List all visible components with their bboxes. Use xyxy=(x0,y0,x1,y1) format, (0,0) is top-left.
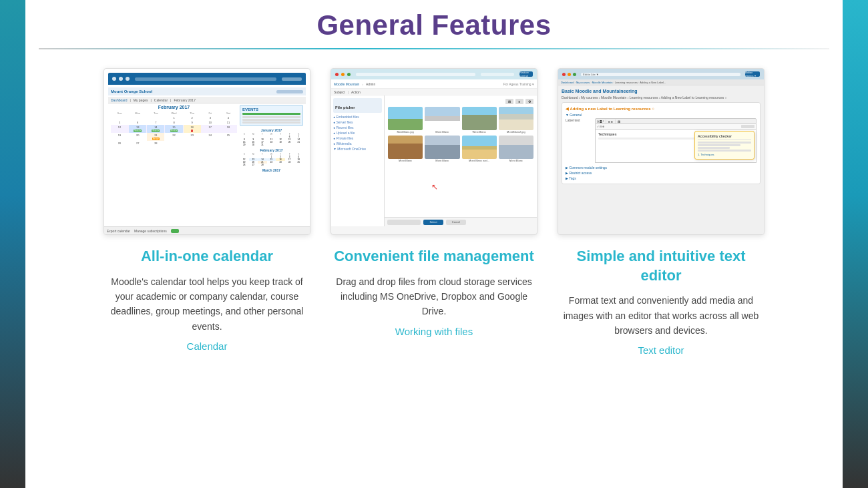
editor-screenshot: Edit in Lite ▼ Adrian Santos ▾ Dashboard… xyxy=(558,68,765,235)
browser-bar xyxy=(108,73,306,85)
feature-card-editor: Edit in Lite ▼ Adrian Santos ▾ Dashboard… xyxy=(558,68,765,356)
editor-feature-title: Simple and intuitive text editor xyxy=(558,247,765,285)
calendar-screenshot: Mount Orange School Dashboard | My pages… xyxy=(103,68,310,235)
calendar-feature-title: All-in-one calendar xyxy=(141,247,273,266)
file-screenshot: Restore Control Moodle Mountain › Admin … xyxy=(331,68,537,235)
right-accent-bar xyxy=(843,0,868,488)
editor-feature-link[interactable]: Text editor xyxy=(638,344,684,356)
feature-card-file: Restore Control Moodle Mountain › Admin … xyxy=(331,68,537,356)
left-accent-bar xyxy=(0,0,25,488)
feature-card-calendar: Mount Orange School Dashboard | My pages… xyxy=(103,68,310,356)
file-feature-desc: Drag and drop files from cloud storage s… xyxy=(331,274,537,319)
file-feature-link[interactable]: Working with files xyxy=(395,326,473,337)
editor-feature-desc: Format text and conveniently add media a… xyxy=(558,293,765,338)
features-row: Mount Orange School Dashboard | My pages… xyxy=(39,68,829,356)
file-feature-title: Convenient file management xyxy=(334,247,534,266)
calendar-feature-desc: Moodle's calendar tool helps you keep tr… xyxy=(103,274,310,334)
calendar-feature-link[interactable]: Calendar xyxy=(187,340,228,352)
page-title: General Features xyxy=(316,9,551,41)
file-browser-bar: Restore Control xyxy=(331,69,537,79)
title-divider xyxy=(39,48,829,49)
